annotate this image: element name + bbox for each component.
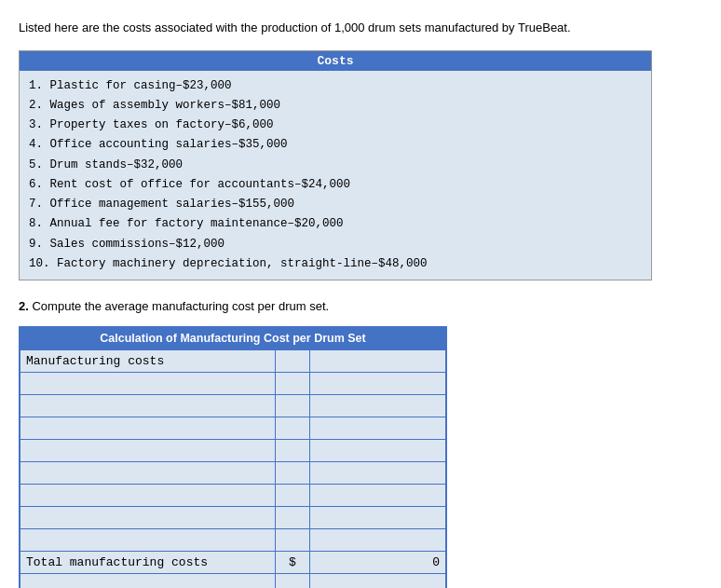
- blank-value-3[interactable]: [309, 417, 445, 440]
- blank-symbol-5: [276, 462, 310, 485]
- blank-value-4[interactable]: [309, 440, 445, 462]
- table-row-blank-3: [20, 417, 446, 440]
- blank-label-7[interactable]: [20, 507, 276, 529]
- blank-symbol-4: [276, 440, 310, 462]
- blank-symbol-3: [276, 417, 310, 440]
- blank-symbol-6: [276, 485, 310, 507]
- blank-symbol-7: [276, 507, 310, 529]
- costs-header: Costs: [20, 51, 651, 71]
- below-symbol-1: [276, 574, 310, 589]
- costs-table: Costs 1. Plastic for casing–$23,000 2. W…: [19, 50, 652, 281]
- total-value[interactable]: 0: [309, 552, 445, 574]
- table-row-blank-1: [20, 373, 446, 395]
- below-value-1[interactable]: [309, 574, 445, 589]
- blank-value-5[interactable]: [309, 462, 445, 485]
- cost-item-4: 4. Office accounting salaries–$35,000: [29, 135, 642, 155]
- blank-label-6[interactable]: [20, 485, 276, 507]
- table-row-blank-5: [20, 462, 446, 485]
- table-row-blank-2: [20, 395, 446, 417]
- calc-table: Manufacturing costs: [20, 349, 446, 588]
- total-symbol: $: [276, 552, 310, 574]
- blank-symbol-1: [276, 373, 310, 395]
- table-row-below-1: [20, 574, 446, 589]
- table-row-blank-8: [20, 529, 446, 552]
- blank-label-4[interactable]: [20, 440, 276, 462]
- table-row-blank-7: [20, 507, 446, 529]
- table-row-total: Total manufacturing costs $ 0: [20, 552, 446, 574]
- cost-item-5: 5. Drum stands–$32,000: [29, 156, 642, 175]
- blank-label-5[interactable]: [20, 462, 276, 485]
- cost-item-3: 3. Property taxes on factory–$6,000: [29, 116, 642, 135]
- blank-value-2[interactable]: [309, 395, 445, 417]
- calc-table-header: Calculation of Manufacturing Cost per Dr…: [20, 327, 446, 349]
- blank-value-7[interactable]: [309, 507, 445, 529]
- manufacturing-costs-label: Manufacturing costs: [20, 350, 276, 373]
- blank-value-1[interactable]: [309, 373, 445, 395]
- table-row-blank-6: [20, 485, 446, 507]
- cost-item-10: 10. Factory machinery depreciation, stra…: [29, 254, 642, 274]
- total-label: Total manufacturing costs: [20, 552, 276, 574]
- table-row-blank-4: [20, 440, 446, 462]
- blank-label-1[interactable]: [20, 373, 276, 395]
- blank-label-2[interactable]: [20, 395, 276, 417]
- blank-value-6[interactable]: [309, 485, 445, 507]
- manufacturing-costs-symbol: [276, 350, 310, 373]
- manufacturing-costs-value: [309, 350, 445, 373]
- below-label-1[interactable]: [20, 574, 276, 589]
- table-row-manufacturing-costs: Manufacturing costs: [20, 350, 446, 373]
- cost-item-1: 1. Plastic for casing–$23,000: [29, 76, 642, 96]
- calc-table-wrapper: Calculation of Manufacturing Cost per Dr…: [19, 326, 447, 588]
- question-2: 2. Compute the average manufacturing cos…: [19, 299, 702, 313]
- intro-text: Listed here are the costs associated wit…: [19, 19, 702, 37]
- blank-symbol-8: [276, 529, 310, 552]
- cost-item-7: 7. Office management salaries–$155,000: [29, 195, 642, 214]
- question-2-text: Compute the average manufacturing cost p…: [32, 299, 329, 313]
- costs-list: 1. Plastic for casing–$23,000 2. Wages o…: [20, 71, 651, 280]
- cost-item-8: 8. Annual fee for factory maintenance–$2…: [29, 214, 642, 234]
- blank-value-8[interactable]: [309, 529, 445, 552]
- blank-label-3[interactable]: [20, 417, 276, 440]
- cost-item-9: 9. Sales commissions–$12,000: [29, 235, 642, 254]
- cost-item-2: 2. Wages of assembly workers–$81,000: [29, 96, 642, 116]
- question-2-number: 2.: [19, 299, 29, 313]
- cost-item-6: 6. Rent cost of office for accountants–$…: [29, 175, 642, 195]
- blank-label-8[interactable]: [20, 529, 276, 552]
- blank-symbol-2: [276, 395, 310, 417]
